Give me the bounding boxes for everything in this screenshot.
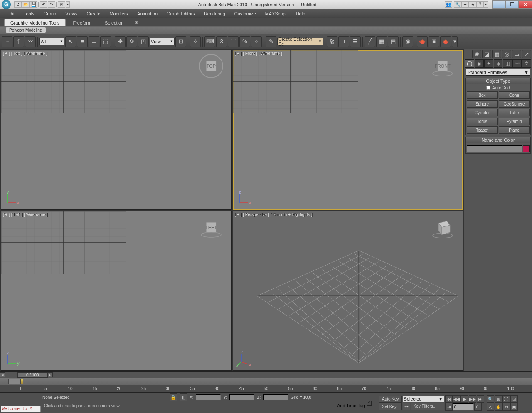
snap-toggle-icon[interactable]: 3: [216, 36, 227, 47]
create-tab-icon[interactable]: ◯: [465, 59, 474, 68]
ref-coord-combo[interactable]: View▼: [150, 38, 175, 45]
star-icon[interactable]: ★: [469, 1, 476, 8]
goto-start-icon[interactable]: ⏮: [445, 395, 453, 403]
rectangular-region-icon[interactable]: ▭: [89, 36, 99, 47]
key-mode-toggle-icon[interactable]: ⇥: [445, 403, 453, 411]
pivot-center-icon[interactable]: ⊡: [175, 36, 186, 47]
track-key-handle[interactable]: [8, 379, 21, 384]
close-button[interactable]: ✕: [519, 0, 532, 9]
rotate-tool-icon[interactable]: ⟳: [126, 36, 137, 47]
schematic-view-icon[interactable]: ▤: [388, 36, 399, 47]
curve-editor-icon[interactable]: ╱: [365, 36, 375, 47]
x-input[interactable]: [196, 394, 221, 400]
material-editor-icon[interactable]: ◉: [402, 36, 413, 47]
render-setup-icon[interactable]: 🫖: [417, 36, 428, 47]
maximize-viewport-icon[interactable]: ▣: [510, 403, 518, 411]
angle-snap-icon[interactable]: ⌒: [228, 36, 239, 47]
geosphere-button[interactable]: GeoSphere: [499, 100, 530, 108]
viewcube-icon[interactable]: TOP: [199, 54, 224, 79]
teapot-button[interactable]: Teapot: [467, 126, 498, 134]
new-icon[interactable]: 🗋: [14, 1, 22, 8]
render-frame-icon[interactable]: ▣: [429, 36, 439, 47]
cp-util2-icon[interactable]: ◪: [482, 50, 491, 58]
play-icon[interactable]: ▶: [461, 395, 468, 403]
lights-tab-icon[interactable]: ✦: [484, 59, 493, 68]
auto-key-button[interactable]: Auto Key: [379, 396, 402, 403]
menu-graph-editors[interactable]: Graph Editors: [163, 10, 199, 17]
dope-sheet-icon[interactable]: ▦: [376, 36, 387, 47]
link-icon[interactable]: ⎘: [58, 1, 65, 8]
add-time-tag[interactable]: Add Time Tag: [337, 403, 365, 408]
key-filters-button[interactable]: Key Filters...: [411, 403, 444, 410]
y-input[interactable]: [229, 394, 254, 400]
primitive-category-combo[interactable]: Standard Primitives▼: [466, 69, 530, 76]
key-mode-icon[interactable]: ⚿: [367, 399, 378, 407]
object-color-swatch[interactable]: [523, 145, 530, 152]
viewport-label[interactable]: [ + ] [ Left ] [ Wireframe ]: [3, 212, 48, 217]
menu-create[interactable]: Create: [82, 10, 104, 17]
zoom-icon[interactable]: 🔍: [487, 395, 494, 403]
unlink-tool-icon[interactable]: ⫛: [13, 36, 24, 47]
pyramid-button[interactable]: Pyramid: [499, 118, 530, 125]
menu-maxscript[interactable]: MAXScript: [261, 10, 291, 17]
app-logo-icon[interactable]: G: [2, 0, 11, 9]
save-icon[interactable]: 💾: [30, 1, 37, 8]
menu-animation[interactable]: Animation: [133, 10, 162, 17]
slider-next-icon[interactable]: ▸: [48, 372, 53, 377]
menu-views[interactable]: Views: [61, 10, 81, 17]
cone-button[interactable]: Cone: [499, 91, 530, 99]
helpers-tab-icon[interactable]: ◫: [503, 59, 512, 68]
minimize-button[interactable]: —: [492, 0, 505, 9]
open-icon[interactable]: 📂: [22, 1, 30, 8]
percent-snap-icon[interactable]: %: [239, 36, 250, 47]
spinner-snap-icon[interactable]: ⟐: [251, 36, 262, 47]
box-button[interactable]: Box: [467, 91, 498, 99]
sphere-button[interactable]: Sphere: [467, 100, 498, 108]
zoom-all-icon[interactable]: ⊞: [495, 395, 502, 403]
undo-icon[interactable]: ↶: [40, 1, 47, 8]
viewcube-icon[interactable]: FRONT: [430, 54, 455, 79]
orbit-icon[interactable]: ⟲: [502, 403, 510, 411]
viewport-label[interactable]: [ + ] [ Perspective ] [ Smooth + Highlig…: [235, 212, 313, 217]
zoom-extents-all-icon[interactable]: ⊡: [510, 395, 518, 403]
zoom-extents-icon[interactable]: ⛶: [502, 395, 510, 403]
tube-button[interactable]: Tube: [499, 109, 530, 116]
viewcube-icon[interactable]: [430, 215, 455, 240]
current-frame-input[interactable]: [453, 403, 474, 410]
manipulate-icon[interactable]: ✧: [190, 36, 201, 47]
cp-util1-icon[interactable]: ✺: [472, 50, 481, 58]
plane-button[interactable]: Plane: [499, 126, 530, 134]
menu-modifiers[interactable]: Modifiers: [105, 10, 132, 17]
time-tag-icon[interactable]: ☰: [331, 403, 335, 408]
object-name-input[interactable]: [467, 145, 522, 152]
viewport-top[interactable]: [ + ] [ Top ] [ Wireframe ] TOP x y: [1, 50, 232, 210]
cp-util4-icon[interactable]: ◎: [502, 50, 511, 58]
window-crossing-icon[interactable]: ⬚: [100, 36, 111, 47]
pan-icon[interactable]: ✋: [495, 403, 502, 411]
bind-space-warp-icon[interactable]: 〰: [25, 36, 36, 47]
align-icon[interactable]: ⫞: [338, 36, 349, 47]
scale-tool-icon[interactable]: ◰: [138, 36, 149, 47]
set-key-button[interactable]: Set Key: [379, 403, 402, 410]
viewport-left[interactable]: [ + ] [ Left ] [ Wireframe ] LEFT y z: [1, 211, 232, 371]
shapes-tab-icon[interactable]: ◉: [475, 59, 484, 68]
link-tool-icon[interactable]: ⫘: [2, 36, 12, 47]
rollout-header[interactable]: -Object Type: [466, 78, 530, 84]
cameras-tab-icon[interactable]: ◈: [494, 59, 503, 68]
tab-graphite-modeling[interactable]: Graphite Modeling Tools: [4, 19, 66, 26]
maximize-button[interactable]: ☐: [505, 0, 519, 9]
cp-util5-icon[interactable]: ▭: [512, 50, 521, 58]
toolbar-overflow-icon[interactable]: ▾: [452, 36, 458, 47]
help-dropdown-icon[interactable]: ▼: [484, 1, 488, 8]
time-slider-row[interactable]: ◂ 0 / 100 ▸: [0, 372, 532, 378]
named-selection-combo[interactable]: Create Selection Se▼: [277, 38, 323, 45]
redo-icon[interactable]: ↷: [48, 1, 55, 8]
render-production-icon[interactable]: 🫖: [440, 36, 451, 47]
time-ruler[interactable]: 0510152025303540455055606570758085909510…: [0, 385, 532, 393]
key-filter-combo[interactable]: Selected▼: [403, 396, 444, 402]
menu-rendering[interactable]: Rendering: [200, 10, 229, 17]
fov-icon[interactable]: ◁: [487, 403, 494, 411]
viewcube-icon[interactable]: LEFT: [199, 215, 224, 240]
selection-lock-icon[interactable]: 🔒: [170, 393, 177, 401]
isolate-icon[interactable]: ◧: [180, 393, 187, 401]
